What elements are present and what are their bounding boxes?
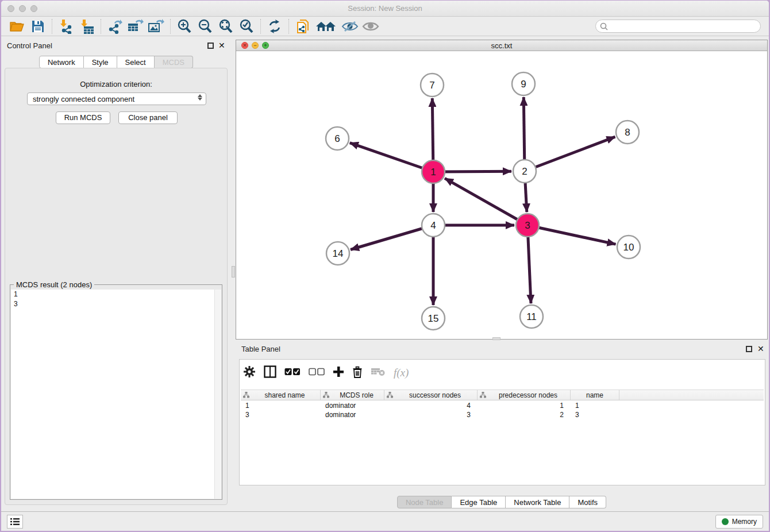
import-network-icon[interactable] bbox=[57, 18, 75, 34]
list-icon bbox=[10, 518, 20, 526]
refresh-layout-icon[interactable] bbox=[266, 18, 283, 34]
delete-table-icon bbox=[371, 367, 386, 379]
tab-network[interactable]: Network bbox=[39, 56, 84, 68]
graph-edge-2-8[interactable] bbox=[525, 137, 615, 171]
search-input[interactable] bbox=[610, 22, 760, 30]
gear-icon[interactable] bbox=[243, 365, 256, 380]
result-scrollbar[interactable] bbox=[214, 290, 221, 499]
network-canvas[interactable]: 1234678910111415 bbox=[236, 51, 767, 339]
save-session-icon[interactable] bbox=[29, 18, 47, 34]
home-icon[interactable] bbox=[315, 18, 338, 34]
mcds-result-list[interactable]: 1 3 bbox=[11, 290, 221, 499]
window-title: Session: New Session bbox=[1, 4, 769, 13]
zoom-in-icon[interactable] bbox=[176, 18, 193, 34]
export-network-icon[interactable] bbox=[106, 18, 124, 34]
run-mcds-button[interactable]: Run MCDS bbox=[56, 111, 110, 124]
duplicate-network-icon[interactable] bbox=[294, 18, 311, 34]
close-table-panel-icon[interactable]: ✕ bbox=[757, 344, 764, 353]
float-table-panel-icon[interactable] bbox=[746, 346, 752, 352]
tab-node-table[interactable]: Node Table bbox=[397, 496, 452, 508]
mcds-panel: Optimization criterion: strongly connect… bbox=[5, 68, 228, 505]
graph-node-label: 3 bbox=[525, 220, 530, 231]
result-line: 3 bbox=[11, 299, 221, 309]
tab-network-table[interactable]: Network Table bbox=[506, 496, 569, 508]
tab-style[interactable]: Style bbox=[84, 56, 117, 68]
graph-node-label: 14 bbox=[333, 248, 344, 259]
import-table-icon[interactable] bbox=[78, 18, 95, 34]
control-panel-header: Control Panel ✕ bbox=[1, 40, 231, 53]
table-cell: 4 bbox=[384, 401, 478, 410]
memory-label: Memory bbox=[732, 518, 757, 526]
zoom-selected-icon[interactable] bbox=[238, 18, 255, 34]
deselect-all-icon[interactable] bbox=[309, 368, 325, 378]
column-header-name[interactable]: name bbox=[571, 390, 619, 400]
hide-eye-icon[interactable] bbox=[341, 18, 359, 34]
table-panel-title: Table Panel bbox=[241, 345, 280, 353]
graph-edge-1-6[interactable] bbox=[350, 143, 433, 172]
delete-icon[interactable] bbox=[352, 366, 363, 380]
optimization-criterion-label: Optimization criterion: bbox=[5, 80, 227, 88]
zoom-out-icon[interactable] bbox=[197, 18, 214, 34]
attribute-icon bbox=[480, 392, 486, 398]
zoom-fit-icon[interactable] bbox=[217, 18, 234, 34]
horizontal-splitter-handle[interactable] bbox=[492, 337, 500, 340]
criterion-select[interactable]: strongly connected component bbox=[27, 92, 206, 105]
tab-edge-table[interactable]: Edge Table bbox=[452, 496, 506, 508]
combo-stepper-icon bbox=[198, 94, 202, 101]
splitter-handle[interactable] bbox=[232, 266, 235, 277]
tab-mcds[interactable]: MCDS bbox=[155, 56, 193, 68]
column-label: MCDS role bbox=[329, 391, 384, 399]
table-row[interactable]: 3dominator323 bbox=[241, 410, 764, 419]
table-cell: 2 bbox=[478, 410, 571, 419]
app-window: Session: New Session bbox=[1, 1, 769, 531]
column-header-predecessor-nodes[interactable]: predecessor nodes bbox=[478, 390, 571, 400]
graph-node-label: 15 bbox=[428, 313, 439, 324]
attribute-icon bbox=[323, 392, 329, 398]
table-cell: 1 bbox=[571, 401, 619, 410]
search-field[interactable] bbox=[595, 20, 761, 33]
column-label: predecessor nodes bbox=[486, 391, 570, 399]
float-panel-icon[interactable] bbox=[207, 43, 214, 49]
export-table-icon[interactable] bbox=[127, 18, 144, 34]
graph-node-label: 11 bbox=[526, 311, 537, 322]
tab-motifs[interactable]: Motifs bbox=[569, 496, 606, 508]
close-panel-button[interactable]: Close panel bbox=[118, 111, 178, 124]
vertical-splitter[interactable] bbox=[231, 36, 236, 512]
column-header-mcds-role[interactable]: MCDS role bbox=[321, 390, 384, 400]
control-panel-title: Control Panel bbox=[7, 41, 52, 50]
add-column-icon[interactable] bbox=[333, 366, 344, 380]
graph-node-label: 9 bbox=[521, 79, 526, 90]
table-cell: 3 bbox=[241, 410, 321, 419]
export-image-icon[interactable] bbox=[148, 18, 165, 34]
titlebar: Session: New Session bbox=[1, 1, 769, 17]
memory-status-icon bbox=[722, 518, 729, 525]
table-cell: 1 bbox=[478, 401, 571, 410]
column-label: name bbox=[571, 391, 619, 399]
function-fx-icon: f(x) bbox=[394, 367, 409, 379]
table-panel-header: Table Panel ✕ bbox=[236, 343, 768, 357]
node-table-panel: f(x) shared name MCDS role successor nod… bbox=[239, 359, 765, 485]
graph-node-label: 1 bbox=[430, 167, 436, 178]
table-cell: dominator bbox=[321, 410, 384, 419]
memory-button[interactable]: Memory bbox=[715, 515, 763, 529]
tab-select[interactable]: Select bbox=[117, 56, 155, 68]
select-all-icon[interactable] bbox=[284, 368, 301, 378]
open-session-icon[interactable] bbox=[9, 18, 26, 34]
table-header-row: shared name MCDS role successor nodes pr… bbox=[241, 390, 764, 400]
table-body[interactable]: 1dominator4113dominator323 bbox=[241, 401, 764, 419]
table-cell: 1 bbox=[241, 401, 321, 410]
close-panel-icon[interactable]: ✕ bbox=[218, 41, 225, 50]
column-select-icon[interactable] bbox=[264, 365, 276, 380]
status-bar: Memory bbox=[1, 511, 769, 531]
graph-edge-3-10[interactable] bbox=[528, 225, 616, 244]
table-row[interactable]: 1dominator411 bbox=[241, 401, 764, 410]
column-header-successor-nodes[interactable]: successor nodes bbox=[384, 390, 478, 400]
network-window-titlebar[interactable]: ✕ − + scc.txt bbox=[236, 40, 767, 51]
graph-edge-3-1[interactable] bbox=[445, 178, 528, 225]
graph-edge-4-14[interactable] bbox=[351, 225, 433, 249]
criterion-value: strongly connected component bbox=[33, 95, 134, 103]
column-header-shared-name[interactable]: shared name bbox=[241, 390, 321, 400]
show-eye-icon[interactable] bbox=[362, 18, 379, 34]
task-history-button[interactable] bbox=[7, 515, 23, 529]
graph-node-label: 2 bbox=[522, 166, 527, 177]
